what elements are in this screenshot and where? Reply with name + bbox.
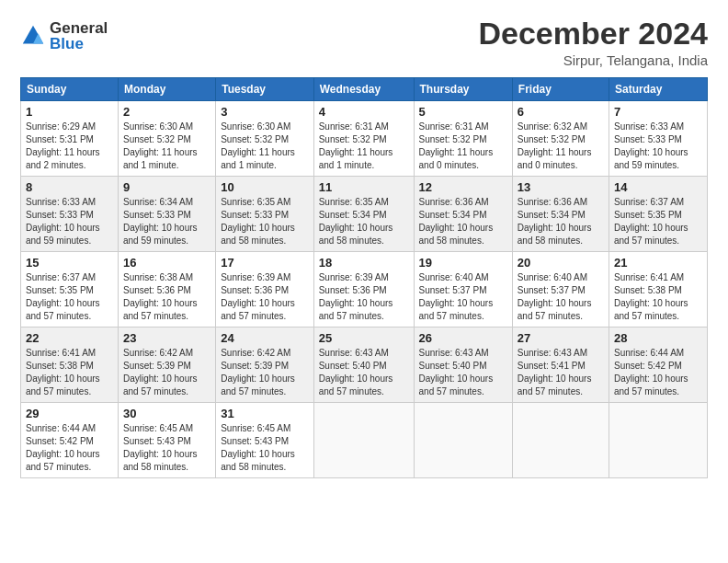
day-cell: 22Sunrise: 6:41 AMSunset: 5:38 PMDayligh…: [21, 327, 119, 403]
day-cell: 13Sunrise: 6:36 AMSunset: 5:34 PMDayligh…: [512, 177, 609, 252]
col-monday: Monday: [118, 78, 215, 101]
day-cell: 15Sunrise: 6:37 AMSunset: 5:35 PMDayligh…: [21, 252, 119, 327]
day-number: 29: [26, 407, 113, 420]
day-cell: 17Sunrise: 6:39 AMSunset: 5:36 PMDayligh…: [216, 252, 314, 327]
day-number: 17: [221, 256, 309, 270]
day-cell: [414, 403, 512, 478]
day-info: Sunrise: 6:36 AMSunset: 5:34 PMDaylight:…: [518, 196, 604, 247]
day-info: Sunrise: 6:45 AMSunset: 5:43 PMDaylight:…: [123, 422, 210, 474]
day-info: Sunrise: 6:33 AMSunset: 5:33 PMDaylight:…: [26, 196, 113, 247]
day-number: 16: [123, 256, 210, 270]
header-row: Sunday Monday Tuesday Wednesday Thursday…: [21, 78, 708, 101]
day-number: 18: [319, 256, 409, 270]
day-info: Sunrise: 6:35 AMSunset: 5:34 PMDaylight:…: [319, 196, 409, 247]
day-cell: 24Sunrise: 6:42 AMSunset: 5:39 PMDayligh…: [216, 327, 314, 403]
day-info: Sunrise: 6:30 AMSunset: 5:32 PMDaylight:…: [123, 121, 210, 172]
day-cell: 31Sunrise: 6:45 AMSunset: 5:43 PMDayligh…: [216, 403, 314, 478]
day-cell: 5Sunrise: 6:31 AMSunset: 5:32 PMDaylight…: [414, 101, 512, 177]
logo-general: General: [50, 20, 108, 36]
day-cell: 19Sunrise: 6:40 AMSunset: 5:37 PMDayligh…: [414, 252, 512, 327]
day-number: 25: [319, 331, 409, 345]
logo: General Blue: [20, 20, 108, 52]
day-number: 30: [123, 407, 210, 420]
day-cell: 10Sunrise: 6:35 AMSunset: 5:33 PMDayligh…: [216, 177, 314, 252]
day-cell: 30Sunrise: 6:45 AMSunset: 5:43 PMDayligh…: [118, 403, 215, 478]
day-info: Sunrise: 6:45 AMSunset: 5:43 PMDaylight:…: [221, 422, 309, 474]
day-info: Sunrise: 6:39 AMSunset: 5:36 PMDaylight:…: [221, 271, 309, 323]
day-info: Sunrise: 6:31 AMSunset: 5:32 PMDaylight:…: [419, 121, 507, 172]
day-info: Sunrise: 6:43 AMSunset: 5:40 PMDaylight:…: [419, 347, 507, 398]
day-number: 5: [419, 105, 507, 119]
day-cell: 3Sunrise: 6:30 AMSunset: 5:32 PMDaylight…: [216, 101, 314, 177]
day-cell: 21Sunrise: 6:41 AMSunset: 5:38 PMDayligh…: [609, 252, 707, 327]
day-cell: 27Sunrise: 6:43 AMSunset: 5:41 PMDayligh…: [512, 327, 609, 403]
day-info: Sunrise: 6:41 AMSunset: 5:38 PMDaylight:…: [614, 271, 702, 323]
day-number: 21: [614, 256, 702, 270]
day-number: 24: [221, 331, 309, 345]
week-row-4: 22Sunrise: 6:41 AMSunset: 5:38 PMDayligh…: [21, 327, 708, 403]
day-info: Sunrise: 6:44 AMSunset: 5:42 PMDaylight:…: [614, 347, 702, 398]
col-wednesday: Wednesday: [313, 78, 414, 101]
day-cell: 6Sunrise: 6:32 AMSunset: 5:32 PMDaylight…: [512, 101, 609, 177]
day-cell: [313, 403, 414, 478]
logo-icon: [20, 23, 46, 49]
day-cell: 4Sunrise: 6:31 AMSunset: 5:32 PMDaylight…: [313, 101, 414, 177]
day-cell: 12Sunrise: 6:36 AMSunset: 5:34 PMDayligh…: [414, 177, 512, 252]
day-cell: 29Sunrise: 6:44 AMSunset: 5:42 PMDayligh…: [21, 403, 119, 478]
day-cell: 25Sunrise: 6:43 AMSunset: 5:40 PMDayligh…: [313, 327, 414, 403]
day-cell: 20Sunrise: 6:40 AMSunset: 5:37 PMDayligh…: [512, 252, 609, 327]
col-tuesday: Tuesday: [216, 78, 314, 101]
day-number: 20: [518, 256, 604, 270]
day-number: 3: [221, 105, 309, 119]
day-info: Sunrise: 6:43 AMSunset: 5:41 PMDaylight:…: [518, 347, 604, 398]
day-info: Sunrise: 6:34 AMSunset: 5:33 PMDaylight:…: [123, 196, 210, 247]
day-cell: 1Sunrise: 6:29 AMSunset: 5:31 PMDaylight…: [21, 101, 119, 177]
day-number: 6: [518, 105, 604, 119]
day-info: Sunrise: 6:40 AMSunset: 5:37 PMDaylight:…: [518, 271, 604, 323]
logo-text: General Blue: [50, 20, 108, 52]
day-info: Sunrise: 6:32 AMSunset: 5:32 PMDaylight:…: [518, 121, 604, 172]
page: General Blue December 2024 Sirpur, Telan…: [0, 0, 728, 563]
day-number: 13: [518, 180, 604, 194]
day-number: 4: [319, 105, 409, 119]
day-cell: 7Sunrise: 6:33 AMSunset: 5:33 PMDaylight…: [609, 101, 707, 177]
day-number: 14: [614, 180, 702, 194]
day-info: Sunrise: 6:41 AMSunset: 5:38 PMDaylight:…: [26, 347, 113, 398]
title-block: December 2024 Sirpur, Telangana, India: [478, 17, 708, 68]
day-number: 23: [123, 331, 210, 345]
week-row-5: 29Sunrise: 6:44 AMSunset: 5:42 PMDayligh…: [21, 403, 708, 478]
day-cell: 14Sunrise: 6:37 AMSunset: 5:35 PMDayligh…: [609, 177, 707, 252]
day-cell: 26Sunrise: 6:43 AMSunset: 5:40 PMDayligh…: [414, 327, 512, 403]
day-info: Sunrise: 6:42 AMSunset: 5:39 PMDaylight:…: [123, 347, 210, 398]
day-number: 9: [123, 180, 210, 194]
day-number: 7: [614, 105, 702, 119]
day-number: 8: [26, 180, 113, 194]
location-subtitle: Sirpur, Telangana, India: [478, 52, 708, 68]
day-number: 2: [123, 105, 210, 119]
day-info: Sunrise: 6:42 AMSunset: 5:39 PMDaylight:…: [221, 347, 309, 398]
day-number: 22: [26, 331, 113, 345]
day-info: Sunrise: 6:30 AMSunset: 5:32 PMDaylight:…: [221, 121, 309, 172]
day-number: 12: [419, 180, 507, 194]
day-number: 11: [319, 180, 409, 194]
header: General Blue December 2024 Sirpur, Telan…: [20, 17, 708, 68]
day-number: 19: [419, 256, 507, 270]
day-cell: [512, 403, 609, 478]
day-info: Sunrise: 6:31 AMSunset: 5:32 PMDaylight:…: [319, 121, 409, 172]
day-cell: [609, 403, 707, 478]
day-number: 31: [221, 407, 309, 420]
day-cell: 16Sunrise: 6:38 AMSunset: 5:36 PMDayligh…: [118, 252, 215, 327]
day-info: Sunrise: 6:40 AMSunset: 5:37 PMDaylight:…: [419, 271, 507, 323]
day-cell: 9Sunrise: 6:34 AMSunset: 5:33 PMDaylight…: [118, 177, 215, 252]
day-info: Sunrise: 6:38 AMSunset: 5:36 PMDaylight:…: [123, 271, 210, 323]
day-info: Sunrise: 6:44 AMSunset: 5:42 PMDaylight:…: [26, 422, 113, 474]
day-number: 1: [26, 105, 113, 119]
day-info: Sunrise: 6:35 AMSunset: 5:33 PMDaylight:…: [221, 196, 309, 247]
month-title: December 2024: [478, 17, 708, 51]
day-number: 27: [518, 331, 604, 345]
week-row-1: 1Sunrise: 6:29 AMSunset: 5:31 PMDaylight…: [21, 101, 708, 177]
day-cell: 2Sunrise: 6:30 AMSunset: 5:32 PMDaylight…: [118, 101, 215, 177]
day-number: 15: [26, 256, 113, 270]
day-info: Sunrise: 6:43 AMSunset: 5:40 PMDaylight:…: [319, 347, 409, 398]
day-info: Sunrise: 6:33 AMSunset: 5:33 PMDaylight:…: [614, 121, 702, 172]
